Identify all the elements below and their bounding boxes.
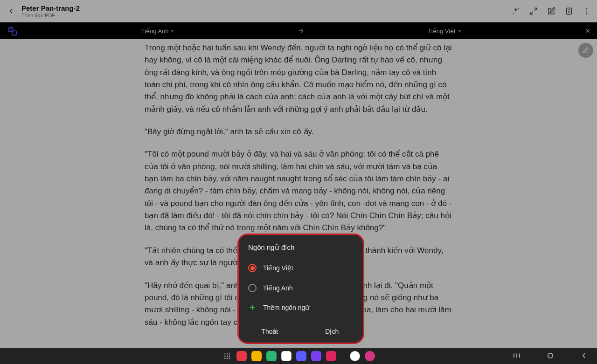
svg-point-5 [586, 13, 587, 14]
dialog-buttons: Thoát Dịch [239, 320, 363, 343]
taskbar-divider [343, 352, 343, 360]
cancel-button[interactable]: Thoát [239, 320, 301, 343]
home-icon[interactable] [546, 351, 555, 360]
header: Peter Pan-trang-2 Trình đọc PDF [0, 0, 597, 22]
taskbar-app[interactable] [296, 351, 306, 361]
app-drawer-icon[interactable] [222, 351, 232, 361]
svg-point-15 [226, 357, 227, 358]
chevron-down-icon: ▾ [171, 28, 174, 34]
page-subtitle: Trình đọc PDF [21, 13, 80, 19]
taskbar-app[interactable] [266, 351, 277, 361]
header-actions [511, 7, 591, 16]
page-title: Peter Pan-trang-2 [21, 4, 80, 12]
option-vietnamese[interactable]: Tiếng Việt [239, 258, 363, 278]
taskbar-app[interactable] [326, 351, 336, 361]
document-icon[interactable] [564, 7, 574, 16]
svg-point-8 [224, 353, 225, 354]
option-label: Thêm ngôn ngữ [263, 304, 309, 311]
taskbar-app[interactable] [236, 351, 247, 361]
svg-point-11 [224, 356, 225, 357]
svg-point-3 [586, 8, 587, 9]
svg-point-1 [513, 13, 514, 14]
edit-fab[interactable] [578, 43, 593, 58]
svg-point-16 [229, 357, 229, 358]
option-label: Tiếng Việt [263, 264, 293, 272]
svg-point-12 [226, 356, 227, 357]
chevron-down-icon: ▾ [458, 28, 461, 34]
option-add-language[interactable]: + Thêm ngôn ngữ [239, 298, 363, 317]
title-block: Peter Pan-trang-2 Trình đọc PDF [21, 4, 80, 19]
more-icon[interactable] [582, 7, 591, 16]
radio-checked-icon [248, 264, 257, 272]
back-icon[interactable] [6, 6, 17, 17]
expand-icon[interactable] [529, 7, 538, 16]
taskbar-app[interactable] [365, 351, 375, 361]
dialog-title: Ngôn ngữ đích [239, 243, 363, 258]
svg-point-9 [226, 353, 227, 354]
option-label: Tiếng Anh [263, 284, 293, 292]
taskbar-app[interactable] [350, 351, 360, 361]
language-dialog: Ngôn ngữ đích Tiếng Việt Tiếng Anh + Thê… [237, 234, 364, 344]
recents-icon[interactable] [512, 351, 521, 360]
svg-point-10 [229, 353, 229, 354]
taskbar-app[interactable] [251, 351, 262, 361]
svg-point-0 [518, 8, 519, 9]
svg-point-4 [586, 11, 587, 12]
back-nav-icon[interactable] [579, 351, 589, 360]
source-language-dropdown[interactable]: Tiếng Anh ▾ [23, 27, 292, 34]
confirm-button[interactable]: Dịch [301, 320, 363, 343]
taskbar [0, 348, 597, 364]
paragraph: "Tôi có một pound mười bảy ở đây, và hai… [145, 148, 452, 234]
svg-point-17 [548, 353, 553, 358]
paragraph: Trong một hoặc hai tuần sau khi Wendy đế… [145, 42, 452, 116]
plus-icon: + [248, 303, 257, 312]
edit-icon[interactable] [547, 7, 556, 16]
translate-icon[interactable] [7, 26, 18, 36]
swap-arrow-icon[interactable] [292, 27, 310, 34]
svg-point-14 [224, 357, 225, 358]
sparkle-icon[interactable] [511, 7, 521, 16]
target-language-dropdown[interactable]: Tiếng Việt ▾ [310, 27, 578, 34]
app-root: Peter Pan-trang-2 Trình đọc PDF Tiếng [0, 0, 597, 364]
option-english[interactable]: Tiếng Anh [239, 278, 363, 298]
radio-unchecked-icon [248, 284, 257, 292]
language-bar: Tiếng Anh ▾ Tiếng Việt ▾ [0, 22, 597, 39]
target-language-label: Tiếng Việt [428, 27, 455, 34]
taskbar-app[interactable] [311, 351, 321, 361]
close-icon[interactable] [578, 27, 597, 34]
source-language-label: Tiếng Anh [141, 27, 169, 34]
nav-buttons [512, 351, 589, 360]
svg-point-13 [229, 356, 229, 357]
paragraph: "Bây giờ đừng ngắt lời," anh ta sẽ cầu x… [145, 126, 452, 138]
taskbar-app[interactable] [281, 351, 292, 361]
